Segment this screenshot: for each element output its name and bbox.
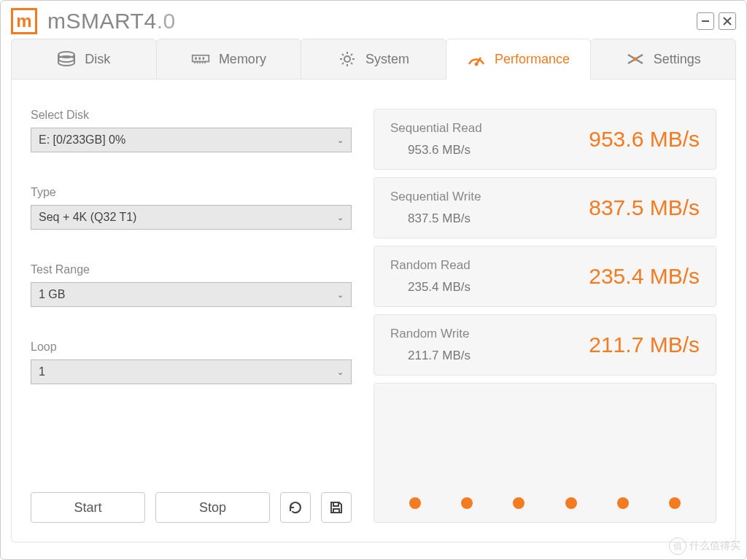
close-button[interactable] bbox=[719, 12, 736, 30]
dropdown-value: 1 GB bbox=[39, 288, 65, 301]
result-sub: 953.6 MB/s bbox=[390, 136, 589, 158]
watermark: 值 什么值得买 bbox=[669, 537, 740, 555]
save-icon bbox=[329, 500, 344, 515]
config-panel: Select Disk E: [0/233GB] 0% ⌄ Type Seq +… bbox=[31, 109, 352, 523]
svg-rect-12 bbox=[198, 57, 201, 59]
tab-performance[interactable]: Performance bbox=[446, 39, 592, 79]
dot-icon bbox=[409, 497, 421, 509]
result-rnd-write: Random Write 211.7 MB/s 211.7 MB/s bbox=[374, 314, 716, 376]
select-disk-dropdown[interactable]: E: [0/233GB] 0% ⌄ bbox=[31, 128, 352, 152]
refresh-icon bbox=[288, 500, 303, 515]
result-sub: 211.7 MB/s bbox=[390, 341, 589, 363]
svg-point-16 bbox=[475, 63, 478, 66]
result-name: Random Write bbox=[390, 327, 589, 341]
result-name: Sequential Write bbox=[390, 190, 589, 204]
dot-icon bbox=[565, 497, 577, 509]
chevron-down-icon: ⌄ bbox=[337, 136, 344, 145]
dropdown-value: 1 bbox=[39, 365, 45, 378]
minimize-button[interactable] bbox=[697, 12, 714, 30]
result-sub: 235.4 MB/s bbox=[390, 273, 589, 295]
svg-rect-20 bbox=[333, 502, 338, 506]
result-value: 211.7 MB/s bbox=[589, 332, 700, 357]
progress-dots bbox=[374, 383, 716, 523]
tab-label: Memory bbox=[219, 52, 266, 67]
minimize-icon bbox=[701, 17, 710, 26]
range-dropdown[interactable]: 1 GB ⌄ bbox=[31, 282, 352, 307]
chevron-down-icon: ⌄ bbox=[337, 368, 344, 377]
results-panel: Sequential Read 953.6 MB/s 953.6 MB/s Se… bbox=[374, 109, 716, 523]
settings-icon bbox=[626, 50, 645, 69]
dot-icon bbox=[669, 497, 681, 509]
loop-label: Loop bbox=[31, 341, 352, 354]
stop-button[interactable]: Stop bbox=[155, 492, 270, 523]
result-sub: 837.5 MB/s bbox=[390, 204, 589, 226]
refresh-button[interactable] bbox=[280, 492, 311, 523]
result-rnd-read: Random Read 235.4 MB/s 235.4 MB/s bbox=[374, 246, 716, 307]
titlebar: m mSMART4.0 bbox=[1, 1, 746, 39]
app-logo-icon: m bbox=[11, 8, 37, 34]
app-window: m mSMART4.0 Disk Memory bbox=[0, 0, 747, 560]
dropdown-value: E: [0/233GB] 0% bbox=[39, 133, 125, 147]
watermark-icon: 值 bbox=[669, 537, 686, 555]
svg-point-14 bbox=[344, 56, 350, 62]
tab-label: Settings bbox=[654, 52, 701, 67]
svg-rect-13 bbox=[202, 57, 204, 59]
app-title: mSMART4.0 bbox=[47, 9, 176, 34]
dot-icon bbox=[513, 497, 525, 509]
select-disk-label: Select Disk bbox=[31, 109, 352, 122]
result-value: 837.5 MB/s bbox=[589, 195, 700, 220]
result-seq-read: Sequential Read 953.6 MB/s 953.6 MB/s bbox=[374, 109, 716, 170]
gauge-icon bbox=[467, 50, 486, 69]
tab-disk[interactable]: Disk bbox=[11, 39, 157, 79]
range-label: Test Range bbox=[31, 263, 352, 276]
result-name: Random Read bbox=[390, 258, 589, 273]
start-button[interactable]: Start bbox=[31, 492, 145, 523]
tab-content: Select Disk E: [0/233GB] 0% ⌄ Type Seq +… bbox=[11, 79, 736, 542]
tab-bar: Disk Memory System Performance Settings bbox=[1, 39, 746, 79]
type-label: Type bbox=[31, 186, 352, 199]
gear-icon bbox=[338, 50, 357, 69]
svg-rect-11 bbox=[195, 57, 197, 59]
watermark-text: 什么值得买 bbox=[689, 540, 740, 553]
svg-point-19 bbox=[633, 58, 637, 61]
result-value: 953.6 MB/s bbox=[589, 127, 700, 152]
close-icon bbox=[723, 17, 732, 26]
tab-system[interactable]: System bbox=[301, 39, 446, 79]
tab-label: Performance bbox=[495, 52, 570, 67]
disk-icon bbox=[57, 50, 76, 69]
dot-icon bbox=[617, 497, 629, 509]
tab-label: System bbox=[365, 52, 409, 67]
tab-memory[interactable]: Memory bbox=[156, 39, 302, 79]
result-seq-write: Sequential Write 837.5 MB/s 837.5 MB/s bbox=[374, 177, 716, 238]
chevron-down-icon: ⌄ bbox=[337, 290, 344, 300]
type-dropdown[interactable]: Seq + 4K (Q32 T1) ⌄ bbox=[31, 205, 352, 230]
dropdown-value: Seq + 4K (Q32 T1) bbox=[39, 211, 136, 224]
chevron-down-icon: ⌄ bbox=[337, 213, 344, 222]
svg-rect-21 bbox=[333, 509, 339, 513]
result-name: Sequential Read bbox=[390, 121, 589, 136]
loop-dropdown[interactable]: 1 ⌄ bbox=[31, 359, 352, 384]
result-value: 235.4 MB/s bbox=[589, 264, 700, 289]
memory-icon bbox=[191, 50, 210, 69]
dot-icon bbox=[461, 497, 473, 509]
tab-label: Disk bbox=[85, 52, 110, 67]
save-button[interactable] bbox=[321, 492, 352, 523]
action-row: Start Stop bbox=[31, 492, 352, 523]
tab-settings[interactable]: Settings bbox=[590, 39, 736, 79]
